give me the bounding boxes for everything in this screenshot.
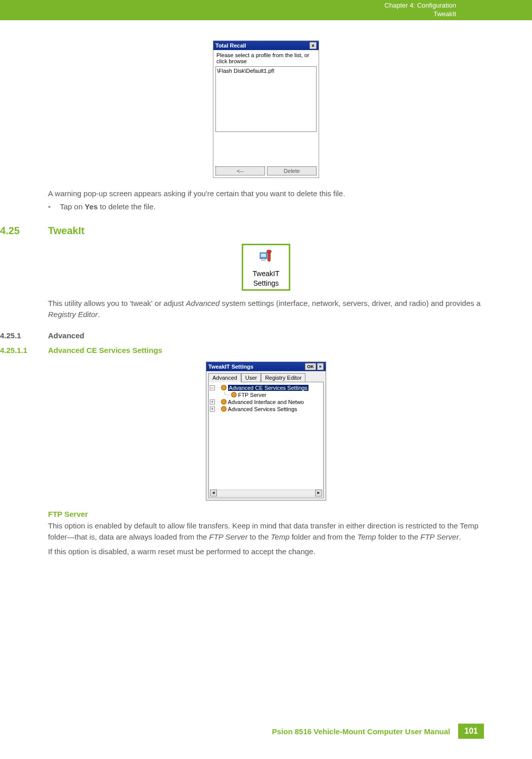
gear-icon <box>231 392 237 397</box>
italic-text: FTP Server <box>420 532 459 541</box>
bullet-text: Tap on Yes to delete the file. <box>60 202 155 211</box>
tree-label[interactable]: Advanced Interface and Netwo <box>228 399 304 405</box>
paragraph: If this option is disabled, a warm reset… <box>48 546 484 557</box>
expand-icon[interactable]: + <box>210 399 215 405</box>
text: . <box>98 310 100 319</box>
chapter-label: Chapter 4: Configuration <box>384 2 456 10</box>
bold-text: Yes <box>84 202 98 211</box>
footer-text: Psion 8516 Vehicle-Mount Computer User M… <box>272 727 459 736</box>
subsection-title: Advanced <box>48 331 84 340</box>
italic-text: Advanced <box>186 299 220 307</box>
heading-ftp-server: FTP Server <box>48 510 484 518</box>
section-title: TweakIt <box>48 225 84 237</box>
list-item[interactable]: \Flash Disk\Default1.pfl <box>217 68 315 74</box>
close-icon[interactable]: × <box>309 42 317 49</box>
text: . <box>459 532 461 541</box>
scroll-track[interactable] <box>217 489 315 497</box>
tree-connector: ·· <box>216 385 219 390</box>
dialog-button-row: <-- Delete <box>213 164 319 177</box>
icon-label-line1: TweakIT <box>245 270 287 278</box>
tree-node[interactable]: − ·· Advanced CE Services Settings <box>210 384 322 391</box>
icon-label-line2: Settings <box>245 279 287 288</box>
dialog-title: Total Recall <box>215 42 246 49</box>
italic-text: FTP Server <box>209 532 248 541</box>
profile-listbox[interactable]: \Flash Disk\Default1.pfl <box>215 66 317 132</box>
svg-rect-1 <box>261 253 266 257</box>
section-number: 4.25 <box>0 225 48 237</box>
tree-connector: └·· <box>223 392 230 397</box>
close-icon[interactable]: × <box>317 363 324 370</box>
section-heading: 4.25 TweakIt <box>48 225 484 237</box>
text: folder and from the <box>289 532 357 541</box>
ok-button[interactable]: OK <box>305 363 316 370</box>
page-number: 101 <box>458 724 484 739</box>
subsubsection-heading: 4.25.1.1 Advanced CE Services Settings <box>48 346 484 354</box>
text: Tap on <box>60 202 84 211</box>
gear-icon <box>221 385 227 390</box>
tree-label[interactable]: FTP Server <box>238 392 267 398</box>
tab-user[interactable]: User <box>241 373 261 382</box>
dialog-titlebar: TweakIT Settings OK × <box>206 362 326 371</box>
text: to delete the file. <box>98 202 155 211</box>
section-label: TweakIt <box>384 10 456 19</box>
collapse-icon[interactable]: − <box>210 385 215 390</box>
bullet-item: • Tap on Yes to delete the file. <box>48 202 484 211</box>
tweakit-icon <box>245 249 287 269</box>
tree-label-selected[interactable]: Advanced CE Services Settings <box>228 385 308 391</box>
tree-node[interactable]: └·· FTP Server <box>210 391 322 398</box>
text: This utility allows you to 'tweak' or ad… <box>48 299 186 307</box>
italic-text: Temp <box>271 532 290 541</box>
delete-button[interactable]: Delete <box>267 166 317 175</box>
tree-node[interactable]: + ·· Advanced Interface and Netwo <box>210 398 322 406</box>
paragraph: This option is enabled by default to all… <box>48 520 484 543</box>
svg-rect-2 <box>262 258 265 260</box>
tab-registry-editor[interactable]: Registry Editor <box>261 373 305 382</box>
gear-icon <box>221 399 227 405</box>
subsubsection-title: Advanced CE Services Settings <box>48 346 162 354</box>
bullet-marker: • <box>48 202 51 211</box>
page-content: Total Recall × Please select a profile f… <box>0 20 532 557</box>
subsection-heading: 4.25.1 Advanced <box>48 331 484 340</box>
text: folder to the <box>376 532 421 541</box>
page-header-bar: Chapter 4: Configuration TweakIt <box>0 0 532 20</box>
paragraph: A warning pop-up screen appears asking i… <box>48 188 484 199</box>
settings-tree[interactable]: − ·· Advanced CE Services Settings └·· F… <box>208 382 324 498</box>
tweakit-settings-dialog: TweakIT Settings OK × Advanced User Regi… <box>206 362 326 501</box>
tree-label[interactable]: Advanced Services Settings <box>228 406 297 412</box>
page-footer: Psion 8516 Vehicle-Mount Computer User M… <box>272 724 484 739</box>
tweakit-app-icon: TweakIT Settings <box>242 244 290 291</box>
dialog-titlebar: Total Recall × <box>213 41 319 50</box>
subsection-number: 4.25.1 <box>0 331 48 340</box>
dialog-title: TweakIT Settings <box>208 364 253 370</box>
expand-icon[interactable]: + <box>210 407 215 412</box>
subsubsection-number: 4.25.1.1 <box>0 346 48 354</box>
scroll-left-icon[interactable]: ◄ <box>210 489 217 497</box>
back-button[interactable]: <-- <box>215 166 265 175</box>
gear-icon <box>221 406 227 412</box>
spacer <box>213 134 319 164</box>
italic-text: Registry Editor <box>48 310 98 319</box>
dialog-prompt: Please select a profile from the list, o… <box>213 50 319 66</box>
italic-text: Temp <box>358 532 376 541</box>
text: to the <box>248 532 271 541</box>
svg-rect-4 <box>267 250 272 252</box>
text: system settings (interface, network, ser… <box>219 299 480 307</box>
header-text-block: Chapter 4: Configuration TweakIt <box>384 2 456 19</box>
tab-advanced[interactable]: Advanced <box>208 373 241 382</box>
tree-connector: ·· <box>216 399 219 405</box>
tree-node[interactable]: + ·· Advanced Services Settings <box>210 406 322 413</box>
horizontal-scrollbar[interactable]: ◄ ► <box>210 489 322 497</box>
total-recall-dialog: Total Recall × Please select a profile f… <box>213 40 319 178</box>
tree-connector: ·· <box>216 406 219 412</box>
scroll-right-icon[interactable]: ► <box>315 489 322 497</box>
tab-bar: Advanced User Registry Editor <box>206 371 326 382</box>
paragraph: This utility allows you to 'tweak' or ad… <box>48 298 484 320</box>
